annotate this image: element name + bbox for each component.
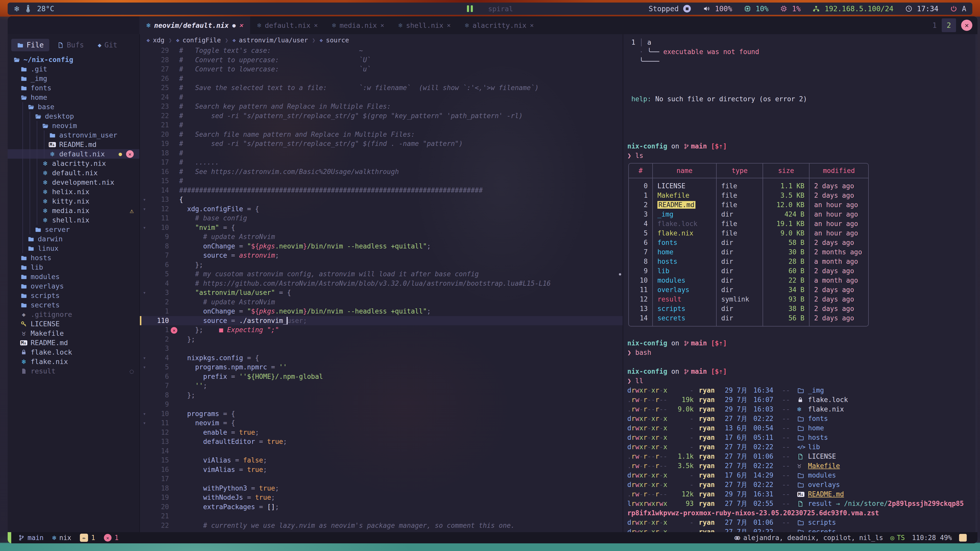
tree-item[interactable]: astronvim_user (8, 130, 139, 140)
tree-item[interactable]: fonts (8, 83, 139, 93)
tree-item[interactable]: linux (8, 244, 139, 253)
tree-item[interactable]: ♉Makefile (8, 329, 139, 338)
close-window-button[interactable]: ✕ (961, 20, 972, 31)
tree-item[interactable]: ❄helix.nix (8, 187, 139, 197)
tree-item[interactable]: desktop (8, 111, 139, 121)
tree-item[interactable]: darwin (8, 234, 139, 244)
explorer-tab-file[interactable]: File (11, 39, 49, 51)
tree-item-label: kitty.nix (52, 197, 89, 205)
tree-item[interactable]: flake.lock (8, 348, 139, 357)
explorer-tab-bufs[interactable]: Bufs (52, 39, 89, 51)
close-buffer-icon[interactable]: ✕ (380, 22, 384, 29)
line-number: 22 (149, 111, 169, 121)
tree-item[interactable]: modules (8, 272, 139, 281)
network-icon[interactable] (812, 5, 820, 12)
buffer-tab[interactable]: ❄ shell.nix ✕ (391, 16, 458, 34)
buffer-tab[interactable]: ❄ default.nix ✕ (250, 16, 325, 34)
breadcrumb-item[interactable]: ❖ configFile (176, 37, 221, 44)
tree-item[interactable]: result ◌ (8, 366, 139, 376)
fold-column[interactable]: ▾ (140, 362, 149, 372)
explorer-tab-git[interactable]: ◆Git (92, 39, 123, 51)
tree-item[interactable]: .git (8, 64, 139, 74)
line-number: 15 (149, 176, 169, 186)
shell-prompt: nix-config on main [$⇡] (627, 338, 977, 348)
folder-open-icon (12, 56, 21, 63)
tree-item[interactable]: scripts (8, 291, 139, 300)
breadcrumb-item[interactable]: ❖ source (320, 37, 349, 44)
symbol-icon: ❖ (146, 37, 150, 43)
close-buffer-icon[interactable]: ✕ (239, 22, 243, 29)
close-buffer-icon[interactable]: ✕ (314, 22, 318, 29)
gnu-icon: ♉ (19, 330, 28, 337)
tree-item[interactable]: ❄default.nix ●✕ (8, 149, 139, 159)
tree-item[interactable]: ◆.gitignore (8, 310, 139, 319)
scrollbar-thumb[interactable] (619, 273, 621, 275)
tree-item-label: helix.nix (52, 188, 89, 196)
tree-item[interactable]: neovim (8, 121, 139, 130)
code-line: 14 (140, 446, 623, 456)
close-file-icon[interactable]: ✕ (126, 150, 134, 158)
file-explorer[interactable]: FileBufs◆Git ~/nix-config .git _img font… (8, 34, 140, 532)
diagnostics-widget[interactable]: ✕ 1 (104, 534, 119, 541)
code-line: 2 }; (140, 335, 623, 344)
tree-item[interactable]: ❄alacritty.nix (8, 159, 139, 168)
sign-column (169, 102, 179, 111)
tree-item[interactable]: M↓README.md (8, 140, 139, 149)
volume-icon[interactable] (703, 5, 710, 12)
fold-column[interactable]: ▾ (140, 418, 149, 428)
power-icon[interactable] (950, 5, 957, 12)
terminal-pane[interactable]: 1 │ a · ╰── executable was not found ╰──… (623, 34, 977, 532)
tree-item[interactable]: secrets (8, 300, 139, 310)
table-cell: file (716, 191, 762, 200)
tree-item[interactable]: hosts (8, 253, 139, 262)
tree-item[interactable]: ❄media.nix ⚠ (8, 206, 139, 215)
tree-item[interactable]: lib (8, 262, 139, 272)
breadcrumb-item[interactable]: ❖ astronvim/lua/user (232, 37, 308, 44)
fold-column (140, 456, 149, 465)
buffer-tab[interactable]: ❄ alacritty.nix ✕ (458, 16, 541, 34)
stop-icon[interactable] (683, 5, 691, 13)
tree-item[interactable]: home (8, 93, 139, 102)
tree-item[interactable]: _img (8, 74, 139, 83)
tree-item[interactable]: ❄development.nix (8, 178, 139, 187)
close-buffer-icon[interactable]: ✕ (447, 22, 450, 29)
modified-widget[interactable]: ✏ 1 (80, 534, 95, 542)
fold-column[interactable]: ▾ (140, 195, 149, 204)
tree-item[interactable]: base (8, 102, 139, 111)
fold-column (140, 428, 149, 437)
breadcrumb-item[interactable]: ❖ xdg (146, 37, 164, 44)
tree-item[interactable]: ❄kitty.nix (8, 197, 139, 206)
code-area[interactable]: 29 # Toggle text's case: ~ 28 # Convert … (140, 46, 623, 532)
fold-column[interactable]: ▾ (140, 204, 149, 214)
fold-column[interactable]: ▾ (140, 409, 149, 419)
buffer-tab[interactable]: ❄ neovim/default.nix ● ✕ (139, 16, 250, 34)
fold-column[interactable]: ▾ (140, 288, 149, 297)
statusline-square (959, 534, 967, 541)
nixos-logo-icon[interactable]: ❄ (14, 4, 19, 14)
pause-icon[interactable] (467, 5, 473, 12)
tree-item[interactable]: server (8, 225, 139, 234)
table-cell: 9 (629, 266, 652, 276)
editor-pane[interactable]: ❖ xdg ❯ ❖ configFile ❯ ❖ astronvim/lua/u… (140, 34, 623, 532)
keyboard-layout[interactable]: A (962, 5, 966, 13)
buffer-tab[interactable]: ❄ media.nix ✕ (325, 16, 391, 34)
media-widget[interactable]: spiral (467, 5, 513, 13)
tree-item[interactable]: ❄default.nix (8, 168, 139, 178)
nix-icon: ❄ (41, 169, 49, 177)
fold-column[interactable]: ▾ (140, 223, 149, 232)
tabpage-2[interactable]: 2 (942, 18, 956, 32)
fold-column[interactable]: ▾ (140, 353, 149, 363)
tree-item[interactable]: LICENSE (8, 319, 139, 329)
table-cell: 28 B (762, 257, 809, 266)
tree-item[interactable]: ~/nix-config (8, 55, 139, 64)
tree-item[interactable]: ❄flake.nix (8, 357, 139, 366)
code-line: ▾ 10 "nvim" = { (140, 223, 623, 232)
tree-item[interactable]: overlays (8, 281, 139, 291)
git-branch-widget[interactable]: main (18, 534, 44, 541)
table-cell: dir (716, 266, 762, 276)
close-buffer-icon[interactable]: ✕ (530, 22, 534, 29)
tabpage-1[interactable]: 1 (928, 18, 942, 32)
sign-column (169, 260, 179, 270)
tree-item[interactable]: ❄shell.nix (8, 215, 139, 225)
tree-item[interactable]: M↓README.md (8, 338, 139, 348)
